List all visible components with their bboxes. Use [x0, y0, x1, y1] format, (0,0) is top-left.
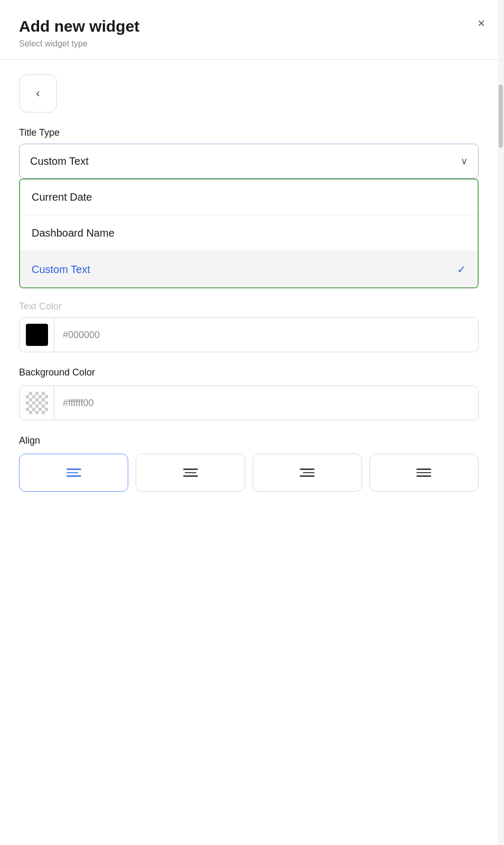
align-justify-button[interactable] [369, 454, 479, 492]
line3 [416, 475, 431, 477]
line1 [66, 468, 81, 470]
title-type-select[interactable]: Custom Text ∨ [19, 144, 479, 179]
dropdown-item-current-date[interactable]: Current Date [20, 180, 478, 215]
align-right-button[interactable] [253, 454, 362, 492]
panel: Add new widget Select widget type × ‹ Ti… [0, 0, 504, 845]
text-color-swatch[interactable] [20, 318, 54, 352]
line3 [183, 475, 198, 477]
close-button[interactable]: × [478, 17, 485, 30]
title-type-label: Title Type [19, 127, 479, 138]
background-color-label: Background Color [19, 367, 479, 378]
line2 [185, 472, 196, 474]
align-label: Align [19, 435, 479, 446]
align-left-icon [66, 468, 81, 477]
dropdown-menu: Current Date Dashboard Name Custom Text … [19, 179, 479, 288]
color-swatch-black [26, 324, 48, 346]
line1 [416, 468, 431, 470]
text-color-label: Text Color [19, 301, 479, 312]
align-buttons [19, 454, 479, 492]
dropdown-item-custom-text[interactable]: Custom Text ✓ [20, 251, 478, 287]
check-icon: ✓ [457, 263, 466, 276]
page-subtitle: Select widget type [19, 39, 485, 49]
background-color-value: #ffffff00 [54, 398, 478, 409]
align-justify-icon [416, 468, 431, 477]
dropdown-item-label: Dashboard Name [32, 227, 115, 239]
back-button[interactable]: ‹ [19, 74, 57, 112]
background-color-input-row[interactable]: #ffffff00 [19, 386, 479, 420]
line3 [300, 475, 315, 477]
line1 [300, 468, 315, 470]
line2 [416, 472, 431, 474]
line1 [183, 468, 198, 470]
content: ‹ Title Type Custom Text ∨ Current Date … [0, 60, 504, 511]
header: Add new widget Select widget type × [0, 0, 504, 60]
align-center-icon [183, 468, 198, 477]
text-color-value: #000000 [54, 330, 478, 341]
background-color-swatch[interactable] [20, 386, 54, 420]
back-icon: ‹ [36, 87, 40, 100]
line3 [66, 475, 81, 477]
line2 [303, 472, 315, 474]
scrollbar-thumb [499, 84, 503, 148]
color-swatch-transparent [26, 392, 48, 414]
dropdown-item-dashboard-name[interactable]: Dashboard Name [20, 215, 478, 251]
line2 [66, 472, 78, 474]
page-title: Add new widget [19, 17, 485, 36]
scrollbar[interactable] [498, 0, 504, 845]
dropdown-item-label: Custom Text [32, 264, 90, 276]
align-center-button[interactable] [136, 454, 245, 492]
text-color-input-row[interactable]: #000000 [19, 317, 479, 352]
chevron-down-icon: ∨ [461, 155, 468, 167]
select-value: Custom Text [30, 155, 89, 167]
dropdown-item-label: Current Date [32, 191, 92, 203]
align-left-button[interactable] [19, 454, 128, 492]
align-right-icon [300, 468, 315, 477]
